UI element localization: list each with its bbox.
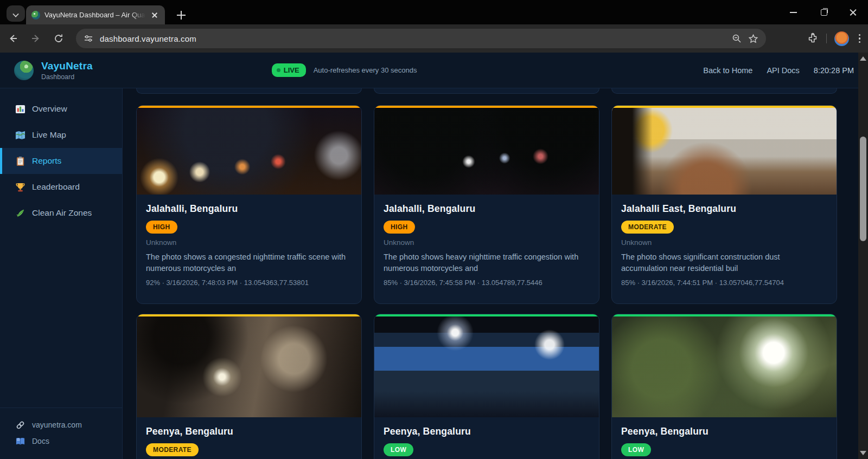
browser-menu-icon[interactable] xyxy=(857,32,863,46)
report-photo-trees-light xyxy=(612,316,837,417)
vayunetra-favicon-icon xyxy=(31,11,40,20)
report-title: Jalahalli, Bengaluru xyxy=(146,203,352,215)
extensions-icon[interactable] xyxy=(807,33,819,44)
sidebar-item-label: Leaderboard xyxy=(32,182,80,192)
severity-badge: HIGH xyxy=(146,221,177,234)
bar-chart-icon xyxy=(15,104,25,114)
report-card[interactable]: Peenya, Bengaluru LOW xyxy=(374,314,599,459)
cards-row-bottom: Peenya, Bengaluru MODERATE Peenya, Benga… xyxy=(136,314,837,459)
severity-badge: MODERATE xyxy=(621,221,674,234)
clock-text: 8:20:28 PM xyxy=(814,66,854,75)
report-description: The photo shows heavy nighttime traffic … xyxy=(384,251,590,274)
report-card[interactable]: Jalahalli, Bengaluru HIGH Unknown The ph… xyxy=(374,105,599,304)
link-icon xyxy=(15,420,25,430)
sidebar: Overview Live Map Reports Leaderboard Cl… xyxy=(0,88,123,459)
report-source: Unknown xyxy=(384,238,590,247)
scroll-up-icon[interactable] xyxy=(860,56,866,61)
sidebar-item-live-map[interactable]: Live Map xyxy=(0,122,122,148)
window-close-button[interactable] xyxy=(838,0,868,24)
report-meta: 85% · 3/16/2026, 7:45:58 PM · 13.054789,… xyxy=(384,279,590,287)
report-source: Unknown xyxy=(146,238,352,247)
report-title: Jalahalli East, Bengaluru xyxy=(621,203,827,215)
back-to-home-link[interactable]: Back to Home xyxy=(703,66,752,75)
site-settings-icon[interactable] xyxy=(84,34,93,43)
sidebar-item-label: Live Map xyxy=(32,130,66,140)
severity-badge: MODERATE xyxy=(146,443,199,456)
scroll-down-icon[interactable] xyxy=(860,451,866,455)
page-viewport: VayuNetra Dashboard LIVE Auto-refreshes … xyxy=(0,53,868,459)
sidebar-item-label: Reports xyxy=(32,156,61,166)
severity-badge: LOW xyxy=(384,443,413,456)
live-dot-icon xyxy=(277,68,280,72)
report-photo-night-buildings xyxy=(137,316,361,417)
tab-title: VayuNetra Dashboard – Air Quality xyxy=(44,11,145,19)
url-text[interactable]: dashboard.vayunetra.com xyxy=(100,34,725,43)
new-tab-button[interactable] xyxy=(174,8,189,23)
report-card-partial[interactable] xyxy=(136,88,362,94)
brand-subtitle: Dashboard xyxy=(41,73,93,81)
clipboard-icon xyxy=(15,156,25,166)
report-title: Peenya, Bengaluru xyxy=(621,426,827,437)
bookmark-star-icon[interactable] xyxy=(748,34,758,44)
address-bar[interactable]: dashboard.vayunetra.com xyxy=(76,29,766,48)
live-badge: LIVE xyxy=(272,63,306,77)
sidebar-item-overview[interactable]: Overview xyxy=(0,96,122,122)
sidebar-item-label: Overview xyxy=(32,104,67,114)
severity-badge: LOW xyxy=(621,443,651,456)
report-title: Peenya, Bengaluru xyxy=(384,426,590,437)
zoom-out-icon[interactable] xyxy=(732,34,742,43)
reload-button[interactable] xyxy=(49,29,68,48)
report-meta: 85% · 3/16/2026, 7:44:51 PM · 13.057046,… xyxy=(621,279,827,287)
brand-name: VayuNetra xyxy=(41,60,93,72)
sidebar-item-label: Clean Air Zones xyxy=(32,208,92,218)
browser-tab[interactable]: VayuNetra Dashboard – Air Quality xyxy=(26,5,165,24)
back-button[interactable] xyxy=(3,29,23,48)
tab-close-icon[interactable] xyxy=(150,10,159,20)
herb-icon xyxy=(15,208,25,218)
chevron-down-icon xyxy=(12,10,19,17)
browser-titlebar: VayuNetra Dashboard – Air Quality xyxy=(0,0,868,24)
report-photo-blue-shed xyxy=(374,316,599,417)
sidebar-footer-label: Docs xyxy=(32,437,49,445)
page-scrollbar[interactable] xyxy=(858,53,868,459)
report-card-partial[interactable] xyxy=(611,88,837,94)
report-card[interactable]: Peenya, Bengaluru LOW xyxy=(611,314,837,459)
report-description: The photo shows a congested nighttime tr… xyxy=(146,251,352,274)
window-minimize-button[interactable] xyxy=(778,0,808,24)
tab-search-button[interactable] xyxy=(7,5,25,22)
report-card[interactable]: Peenya, Bengaluru MODERATE xyxy=(136,314,362,459)
window-restore-button[interactable] xyxy=(808,0,838,24)
report-photo-night-traffic xyxy=(137,108,361,195)
refresh-note: Auto-refreshes every 30 seconds xyxy=(314,66,417,74)
sidebar-item-reports[interactable]: Reports xyxy=(0,148,122,174)
sidebar-link-website[interactable]: vayunetra.com xyxy=(0,417,122,433)
map-icon xyxy=(15,130,25,140)
sidebar-footer-label: vayunetra.com xyxy=(32,421,82,429)
reports-grid: Jalahalli, Bengaluru HIGH Unknown The ph… xyxy=(123,88,868,459)
report-source: Unknown xyxy=(621,238,827,247)
severity-badge: HIGH xyxy=(384,221,415,234)
browser-toolbar: dashboard.vayunetra.com xyxy=(0,24,868,53)
report-card[interactable]: Jalahalli East, Bengaluru MODERATE Unkno… xyxy=(611,105,837,304)
api-docs-link[interactable]: API Docs xyxy=(767,66,799,75)
report-card-partial[interactable] xyxy=(374,88,599,94)
sidebar-item-clean-air-zones[interactable]: Clean Air Zones xyxy=(0,200,122,226)
report-photo-dark-street xyxy=(374,108,599,195)
sidebar-item-leaderboard[interactable]: Leaderboard xyxy=(0,174,122,200)
report-card[interactable]: Jalahalli, Bengaluru HIGH Unknown The ph… xyxy=(136,105,362,304)
report-description: The photo shows significant construction… xyxy=(621,251,827,274)
forward-button[interactable] xyxy=(26,29,46,48)
sidebar-link-docs[interactable]: Docs xyxy=(0,433,122,449)
report-meta: 92% · 3/16/2026, 7:48:03 PM · 13.054363,… xyxy=(146,279,352,287)
vayunetra-logo-icon xyxy=(14,61,34,80)
cards-row-top: Jalahalli, Bengaluru HIGH Unknown The ph… xyxy=(136,105,837,304)
scrollbar-thumb[interactable] xyxy=(860,137,866,241)
profile-avatar[interactable] xyxy=(834,31,849,46)
trophy-icon xyxy=(15,182,25,192)
app-header: VayuNetra Dashboard LIVE Auto-refreshes … xyxy=(0,53,868,88)
sidebar-footer: vayunetra.com Docs xyxy=(0,408,122,459)
book-icon xyxy=(15,436,25,447)
report-title: Peenya, Bengaluru xyxy=(146,426,352,437)
toolbar-divider xyxy=(826,34,827,43)
report-photo-construction xyxy=(612,108,837,195)
